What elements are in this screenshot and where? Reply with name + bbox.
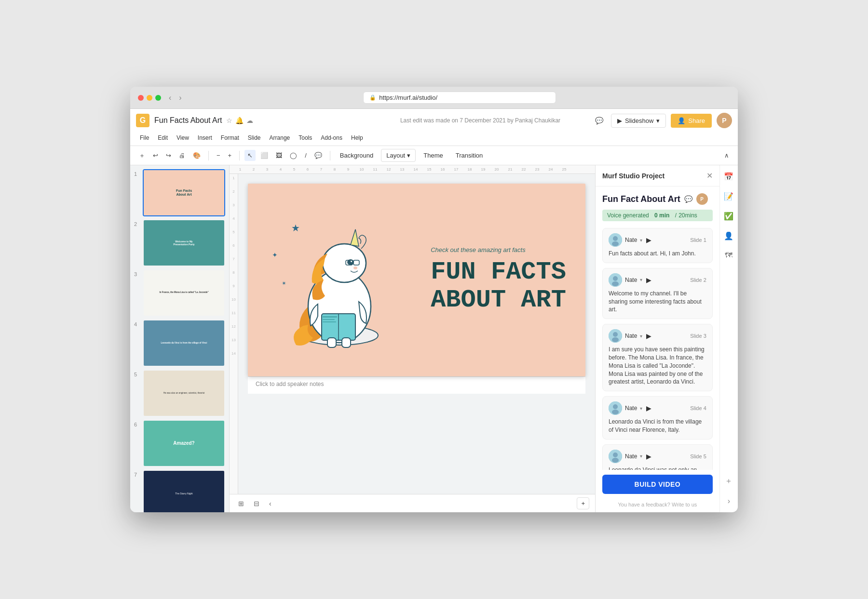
voice-dropdown-5[interactable]: ▾ bbox=[640, 453, 642, 459]
map-icon-button[interactable]: 🗺 bbox=[723, 249, 734, 262]
zoom-in-button[interactable]: + bbox=[225, 150, 235, 161]
menu-format[interactable]: Format bbox=[217, 133, 243, 143]
check-icon-button[interactable]: ✅ bbox=[722, 210, 735, 223]
tool-group-zoom: − + bbox=[214, 150, 234, 161]
maximize-button[interactable] bbox=[155, 95, 161, 101]
user-avatar[interactable]: P bbox=[717, 113, 732, 128]
share-button[interactable]: 👤 Share bbox=[671, 114, 712, 128]
document-title: Fun Facts About Art bbox=[154, 116, 222, 125]
cloud-icon[interactable]: ☁ bbox=[246, 117, 253, 124]
note-icon-button[interactable]: 📝 bbox=[722, 190, 735, 203]
add-button[interactable]: ＋ bbox=[136, 149, 148, 162]
ruler-v-mark: 12 bbox=[231, 324, 236, 338]
expand-right-button[interactable]: › bbox=[726, 495, 732, 507]
slideshow-button[interactable]: ▶ Slideshow ▾ bbox=[611, 114, 666, 128]
right-sidebar: 📅 📝 ✅ 👤 🗺 ＋ › bbox=[719, 165, 738, 512]
redo-button[interactable]: ↪ bbox=[163, 150, 174, 161]
menu-file[interactable]: File bbox=[136, 133, 153, 143]
slide-item-6[interactable]: 6 Amazed? bbox=[134, 420, 225, 467]
voice-dropdown-1[interactable]: ▾ bbox=[640, 238, 642, 243]
menu-slide[interactable]: Slide bbox=[244, 133, 265, 143]
forward-button[interactable]: › bbox=[177, 93, 183, 103]
play-button-4[interactable]: ▶ bbox=[645, 403, 652, 413]
slide-thumb-1[interactable]: Fun FactsAbout Art bbox=[143, 169, 225, 216]
menu-insert[interactable]: Insert bbox=[194, 133, 216, 143]
menu-arrange[interactable]: Arrange bbox=[266, 133, 294, 143]
minimize-button[interactable] bbox=[147, 95, 152, 101]
slide-thumb-2[interactable]: Welcome to MyPresentation Party bbox=[143, 219, 225, 266]
slide-thumb-6[interactable]: Amazed? bbox=[143, 420, 225, 467]
image-tool[interactable]: 🖼 bbox=[273, 150, 285, 161]
slide-item-1[interactable]: 1 Fun FactsAbout Art bbox=[134, 169, 225, 216]
transition-button[interactable]: Transition bbox=[451, 149, 488, 161]
theme-button[interactable]: Theme bbox=[419, 149, 448, 161]
person-icon-button[interactable]: 👤 bbox=[722, 229, 735, 242]
svg-marker-3 bbox=[351, 229, 359, 246]
play-button-3[interactable]: ▶ bbox=[645, 331, 652, 341]
voice-item-slide-1: Nate ▾ ▶ Slide 1 Fun facts about art. Hi… bbox=[602, 228, 713, 263]
voice-dropdown-2[interactable]: ▾ bbox=[640, 277, 642, 282]
slide-thumb-7[interactable]: The Starry Night bbox=[143, 470, 225, 512]
address-bar[interactable]: 🔒 https://murf.ai/studio/ bbox=[363, 92, 556, 104]
collapse-panel-button[interactable]: ‹ bbox=[266, 498, 274, 509]
ruler-horizontal: 1 2 3 4 5 6 7 8 9 10 11 12 13 14 15 16 1 bbox=[230, 165, 595, 174]
slide-thumb-content-3: In France, the Mona Lisa is called "La J… bbox=[144, 270, 224, 316]
ruler-v-mark: 11 bbox=[231, 311, 236, 324]
paint-button[interactable]: 🎨 bbox=[190, 150, 203, 161]
add-icon-button[interactable]: ＋ bbox=[723, 474, 734, 488]
voice-dropdown-3[interactable]: ▾ bbox=[640, 333, 642, 339]
play-button-5[interactable]: ▶ bbox=[645, 452, 652, 461]
text-box-tool[interactable]: ⬜ bbox=[258, 150, 271, 161]
ruler-mark: 18 bbox=[463, 167, 476, 172]
list-view-button[interactable]: ⊟ bbox=[251, 498, 262, 509]
ruler-mark: 8 bbox=[328, 167, 341, 172]
slide-thumb-content-1: Fun FactsAbout Art bbox=[144, 170, 224, 215]
slide-number-3: 3 bbox=[134, 269, 140, 277]
slide-thumb-3[interactable]: In France, the Mona Lisa is called "La J… bbox=[143, 269, 225, 317]
ruler-v-mark: 8 bbox=[232, 270, 234, 284]
comment-tool[interactable]: 💬 bbox=[312, 150, 325, 161]
slide-item-7[interactable]: 7 The Starry Night bbox=[134, 470, 225, 512]
star-icon[interactable]: ☆ bbox=[226, 117, 232, 124]
zoom-out-button[interactable]: − bbox=[214, 150, 223, 161]
play-button-1[interactable]: ▶ bbox=[645, 235, 652, 245]
slide-canvas[interactable]: ★ ✦ ✴ bbox=[248, 184, 585, 376]
close-button[interactable] bbox=[138, 95, 144, 101]
calendar-icon-button[interactable]: 📅 bbox=[722, 170, 735, 183]
voice-item-header-1: Nate ▾ ▶ Slide 1 bbox=[609, 233, 706, 247]
svg-point-22 bbox=[612, 281, 619, 286]
bell-icon[interactable]: 🔔 bbox=[235, 117, 244, 124]
undo-button[interactable]: ↩ bbox=[150, 150, 161, 161]
background-button[interactable]: Background bbox=[335, 149, 378, 161]
slide-item-2[interactable]: 2 Welcome to MyPresentation Party bbox=[134, 219, 225, 266]
slide-item-3[interactable]: 3 In France, the Mona Lisa is called "La… bbox=[134, 269, 225, 317]
slide-item-4[interactable]: 4 Leonardo da Vinci is from the village … bbox=[134, 319, 225, 367]
menu-edit[interactable]: Edit bbox=[154, 133, 172, 143]
select-tool[interactable]: ↖ bbox=[244, 150, 256, 161]
menu-help[interactable]: Help bbox=[347, 133, 367, 143]
menu-tools[interactable]: Tools bbox=[295, 133, 316, 143]
slide-thumb-4[interactable]: Leonardo da Vinci is from the village of… bbox=[143, 319, 225, 367]
svg-point-21 bbox=[613, 276, 618, 281]
menu-view[interactable]: View bbox=[173, 133, 193, 143]
grid-view-button[interactable]: ⊞ bbox=[235, 498, 247, 509]
ruler-v-mark: 14 bbox=[231, 351, 236, 365]
expand-button[interactable]: + bbox=[577, 497, 589, 509]
menu-addons[interactable]: Add-ons bbox=[317, 133, 346, 143]
shape-tool[interactable]: ◯ bbox=[287, 150, 300, 161]
slide-thumb-5[interactable]: He was also an engineer, scientist, theo… bbox=[143, 370, 225, 417]
build-video-button[interactable]: BUILD VIDEO bbox=[602, 475, 713, 494]
collapse-button[interactable]: ∧ bbox=[721, 150, 732, 161]
voice-dropdown-4[interactable]: ▾ bbox=[640, 406, 642, 411]
print-button[interactable]: 🖨 bbox=[176, 150, 188, 161]
ruler-marks: 1 2 3 4 5 6 7 8 9 10 11 12 13 14 15 16 1 bbox=[233, 167, 591, 172]
speaker-notes[interactable]: Click to add speaker notes bbox=[248, 376, 585, 394]
slide-item-5[interactable]: 5 He was also an engineer, scientist, th… bbox=[134, 370, 225, 417]
layout-button[interactable]: Layout ▾ bbox=[381, 149, 416, 162]
murf-close-button[interactable]: ✕ bbox=[706, 171, 713, 180]
play-button-2[interactable]: ▶ bbox=[645, 275, 652, 285]
chat-button[interactable]: 💬 bbox=[592, 114, 606, 127]
line-tool[interactable]: / bbox=[302, 150, 310, 161]
back-button[interactable]: ‹ bbox=[167, 93, 173, 103]
slide-number-6: 6 bbox=[134, 420, 140, 427]
